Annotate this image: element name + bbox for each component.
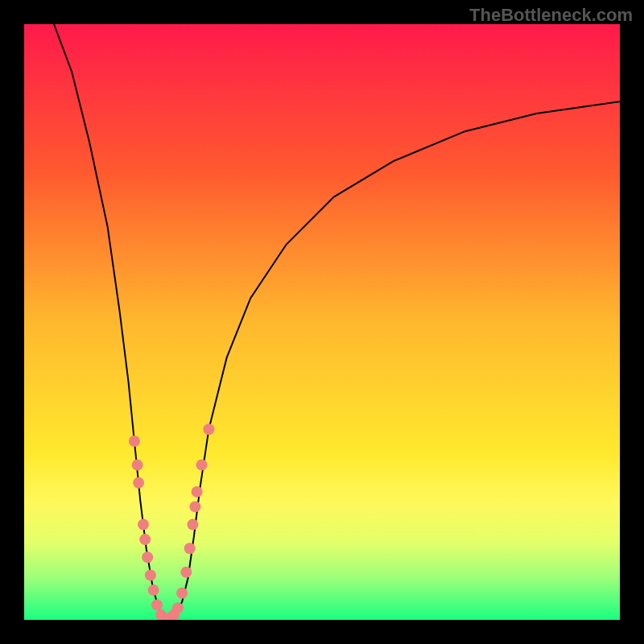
data-marker [138, 519, 149, 530]
data-marker [192, 486, 203, 497]
data-marker [196, 460, 208, 471]
data-marker [133, 477, 144, 489]
data-marker [142, 551, 153, 563]
data-marker [180, 567, 192, 578]
data-marker [145, 570, 156, 581]
bottleneck-chart [24, 24, 620, 620]
data-marker [151, 600, 163, 611]
data-marker [129, 436, 140, 447]
data-marker [187, 519, 198, 530]
data-marker [189, 501, 200, 512]
watermark-text: TheBottleneck.com [469, 5, 633, 26]
data-marker [172, 602, 184, 613]
data-marker [176, 588, 188, 599]
data-marker [203, 423, 214, 435]
chart-plot-area [24, 24, 620, 620]
data-marker [184, 543, 196, 554]
chart-background [24, 24, 620, 620]
data-marker [139, 534, 151, 545]
data-marker [148, 584, 159, 596]
data-marker [132, 460, 143, 471]
